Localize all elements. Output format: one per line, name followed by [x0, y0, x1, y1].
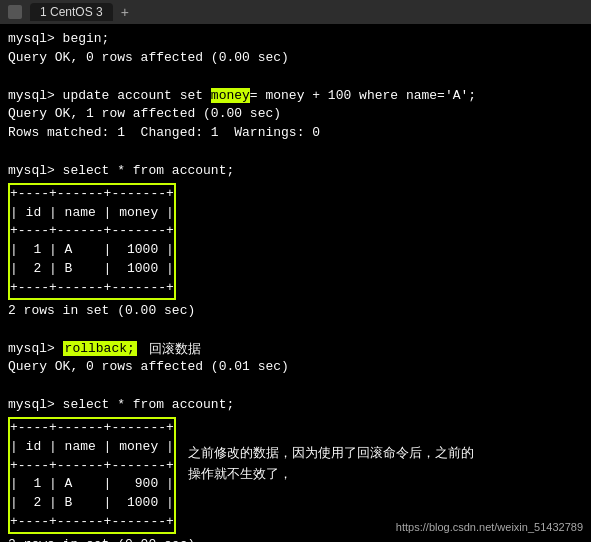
table2-row2: | 2 | B | 1000 | — [10, 494, 174, 513]
table-after-rollback: +----+------+-------+ | id | name | mone… — [8, 417, 176, 534]
terminal-icon — [8, 5, 22, 19]
table2-header: | id | name | money | — [10, 438, 174, 457]
line-rollback-result: Query OK, 0 rows affected (0.01 sec) — [8, 358, 583, 377]
table1-row1: | 1 | A | 1000 | — [10, 241, 174, 260]
line-blank-4 — [8, 377, 583, 396]
line-blank-3 — [8, 321, 583, 340]
table1-row2: | 2 | B | 1000 | — [10, 260, 174, 279]
terminal-area: mysql> begin; Query OK, 0 rows affected … — [0, 24, 591, 542]
watermark: https://blog.csdn.net/weixin_51432789 — [396, 520, 583, 536]
line-update-rows: Rows matched: 1 Changed: 1 Warnings: 0 — [8, 124, 583, 143]
line-blank-1 — [8, 68, 583, 87]
table1-border-top: +----+------+-------+ — [10, 185, 174, 204]
table1-header: | id | name | money | — [10, 204, 174, 223]
line-select2-rowcount: 2 rows in set (0.00 sec) — [8, 536, 583, 542]
line-select1-cmd: mysql> select * from account; — [8, 162, 583, 181]
line-update-result: Query OK, 1 row affected (0.00 sec) — [8, 105, 583, 124]
line-begin-result: Query OK, 0 rows affected (0.00 sec) — [8, 49, 583, 68]
table2-border-bot: +----+------+-------+ — [10, 513, 174, 532]
table2-border-top: +----+------+-------+ — [10, 419, 174, 438]
table1-border-mid: +----+------+-------+ — [10, 222, 174, 241]
line-select1-rowcount: 2 rows in set (0.00 sec) — [8, 302, 583, 321]
table-before-rollback: +----+------+-------+ | id | name | mone… — [8, 183, 176, 300]
line-begin-cmd: mysql> begin; — [8, 30, 583, 49]
annotation-explain-line2: 操作就不生效了， — [188, 464, 474, 485]
line-update-cmd: mysql> update account set money= money +… — [8, 87, 583, 106]
annotation-explain-line1: 之前修改的数据，因为使用了回滚命令后，之前的 — [188, 443, 474, 464]
title-bar: 1 CentOS 3 + — [0, 0, 591, 24]
annotation-rollback: 回滚数据 — [149, 340, 201, 359]
line-rollback-cmd: mysql> rollback; — [8, 340, 137, 359]
table2-row1: | 1 | A | 900 | — [10, 475, 174, 494]
table2-border-mid: +----+------+-------+ — [10, 457, 174, 476]
new-tab-button[interactable]: + — [121, 4, 129, 20]
table1-border-bot: +----+------+-------+ — [10, 279, 174, 298]
line-select2-cmd: mysql> select * from account; — [8, 396, 583, 415]
line-blank-2 — [8, 143, 583, 162]
tab-centos[interactable]: 1 CentOS 3 — [30, 3, 113, 21]
